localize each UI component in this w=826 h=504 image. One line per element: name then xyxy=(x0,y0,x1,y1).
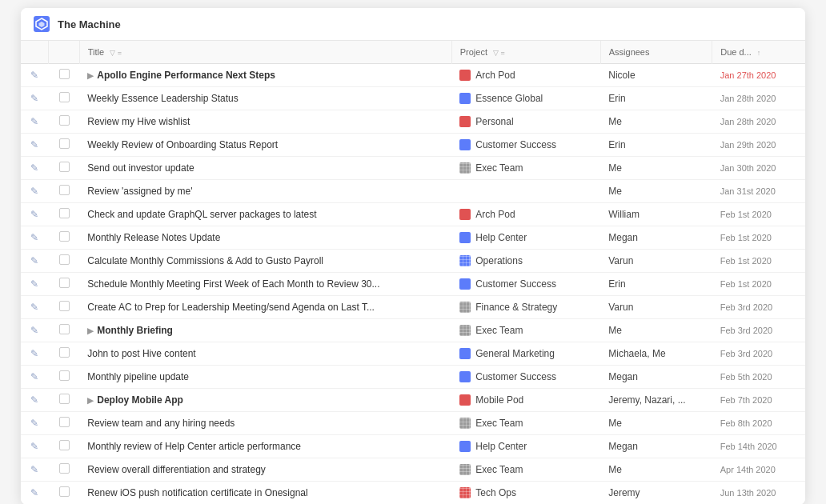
row-checkbox[interactable] xyxy=(59,254,70,265)
edit-icon-cell[interactable]: ✎ xyxy=(21,250,49,273)
row-checkbox[interactable] xyxy=(59,115,70,126)
edit-icon[interactable]: ✎ xyxy=(30,302,38,313)
expand-arrow[interactable]: ▶ xyxy=(87,71,94,80)
project-cell[interactable]: Customer Success xyxy=(451,366,600,389)
title-cell[interactable]: Renew iOS push notification certificate … xyxy=(79,482,451,505)
edit-icon-cell[interactable]: ✎ xyxy=(21,203,49,226)
edit-icon-cell[interactable]: ✎ xyxy=(21,157,49,180)
title-cell[interactable]: Create AC to Prep for Leadership Meeting… xyxy=(79,296,451,319)
edit-icon-cell[interactable]: ✎ xyxy=(21,64,49,87)
edit-icon-cell[interactable]: ✎ xyxy=(21,435,49,458)
row-checkbox[interactable] xyxy=(59,138,70,149)
title-cell[interactable]: Weekly Essence Leadership Status xyxy=(79,87,451,110)
row-checkbox[interactable] xyxy=(59,162,70,172)
title-cell[interactable]: Review team and any hiring needs xyxy=(79,412,451,435)
edit-icon[interactable]: ✎ xyxy=(30,325,38,336)
checkbox-cell[interactable] xyxy=(49,203,79,226)
th-due[interactable]: Due d... ↑ xyxy=(712,41,805,64)
row-checkbox[interactable] xyxy=(59,394,70,404)
row-checkbox[interactable] xyxy=(59,347,70,358)
edit-icon-cell[interactable]: ✎ xyxy=(21,134,49,157)
checkbox-cell[interactable] xyxy=(49,273,79,296)
edit-icon[interactable]: ✎ xyxy=(30,209,38,220)
project-cell[interactable]: Arch Pod xyxy=(451,64,600,87)
title-filter-icon[interactable]: ▽ = xyxy=(110,49,122,57)
title-cell[interactable]: Weekly Review of Onboarding Status Repor… xyxy=(79,134,451,157)
title-cell[interactable]: Send out investor update xyxy=(79,157,451,180)
project-cell[interactable]: Exec Team xyxy=(451,319,600,342)
checkbox-cell[interactable] xyxy=(49,366,79,389)
edit-icon-cell[interactable]: ✎ xyxy=(21,226,49,250)
edit-icon-cell[interactable]: ✎ xyxy=(21,110,49,134)
checkbox-cell[interactable] xyxy=(49,64,79,87)
edit-icon[interactable]: ✎ xyxy=(30,418,38,429)
edit-icon[interactable]: ✎ xyxy=(30,394,38,406)
edit-icon[interactable]: ✎ xyxy=(30,162,38,174)
project-cell[interactable]: Exec Team xyxy=(451,412,600,435)
edit-icon[interactable]: ✎ xyxy=(30,255,38,266)
title-cell[interactable]: Monthly Release Notes Update xyxy=(79,226,451,250)
checkbox-cell[interactable] xyxy=(49,87,79,110)
row-checkbox[interactable] xyxy=(59,69,70,79)
title-cell[interactable]: Monthly pipeline update xyxy=(79,366,451,389)
project-cell[interactable]: Help Center xyxy=(451,226,600,250)
checkbox-cell[interactable] xyxy=(49,157,79,180)
title-cell[interactable]: ▶Apollo Engine Performance Next Steps xyxy=(79,64,451,87)
edit-icon[interactable]: ✎ xyxy=(30,371,38,382)
title-cell[interactable]: Review my Hive wishlist xyxy=(79,110,451,134)
row-checkbox[interactable] xyxy=(59,417,70,427)
project-cell[interactable]: Customer Success xyxy=(451,134,600,157)
checkbox-cell[interactable] xyxy=(49,110,79,134)
edit-icon[interactable]: ✎ xyxy=(30,487,38,498)
edit-icon[interactable]: ✎ xyxy=(30,93,38,104)
checkbox-cell[interactable] xyxy=(49,250,79,273)
checkbox-cell[interactable] xyxy=(49,226,79,250)
row-checkbox[interactable] xyxy=(59,92,70,102)
checkbox-cell[interactable] xyxy=(49,296,79,319)
checkbox-cell[interactable] xyxy=(49,180,79,203)
edit-icon-cell[interactable]: ✎ xyxy=(21,180,49,203)
edit-icon[interactable]: ✎ xyxy=(30,232,38,243)
row-checkbox[interactable] xyxy=(59,324,70,334)
edit-icon-cell[interactable]: ✎ xyxy=(21,342,49,366)
checkbox-cell[interactable] xyxy=(49,482,79,505)
row-checkbox[interactable] xyxy=(59,486,70,497)
th-project[interactable]: Project ▽ = xyxy=(451,41,600,64)
edit-icon[interactable]: ✎ xyxy=(30,464,38,475)
title-cell[interactable]: Check and update GraphQL server packages… xyxy=(79,203,451,226)
project-cell[interactable]: Exec Team xyxy=(451,458,600,482)
row-checkbox[interactable] xyxy=(59,440,70,450)
project-filter-icon[interactable]: ▽ = xyxy=(493,49,505,57)
title-cell[interactable]: Monthly review of Help Center article pe… xyxy=(79,435,451,458)
due-sort-icon[interactable]: ↑ xyxy=(757,49,761,57)
edit-icon[interactable]: ✎ xyxy=(30,186,38,197)
edit-icon-cell[interactable]: ✎ xyxy=(21,389,49,412)
checkbox-cell[interactable] xyxy=(49,458,79,482)
checkbox-cell[interactable] xyxy=(49,412,79,435)
project-cell[interactable]: General Marketing xyxy=(451,342,600,366)
row-checkbox[interactable] xyxy=(59,185,70,195)
edit-icon-cell[interactable]: ✎ xyxy=(21,482,49,505)
edit-icon-cell[interactable]: ✎ xyxy=(21,319,49,342)
row-checkbox[interactable] xyxy=(59,301,70,311)
project-cell[interactable]: Exec Team xyxy=(451,157,600,180)
title-cell[interactable]: John to post Hive content xyxy=(79,342,451,366)
title-cell[interactable]: Schedule Monthly Meeting First Week of E… xyxy=(79,273,451,296)
checkbox-cell[interactable] xyxy=(49,342,79,366)
project-cell[interactable]: Tech Ops xyxy=(451,482,600,505)
row-checkbox[interactable] xyxy=(59,463,70,474)
title-cell[interactable]: ▶Monthly Briefing xyxy=(79,319,451,342)
checkbox-cell[interactable] xyxy=(49,319,79,342)
project-cell[interactable]: Finance & Strategy xyxy=(451,296,600,319)
project-cell[interactable]: Customer Success xyxy=(451,273,600,296)
project-cell[interactable]: Personal xyxy=(451,110,600,134)
project-cell[interactable]: Essence Global xyxy=(451,87,600,110)
edit-icon-cell[interactable]: ✎ xyxy=(21,366,49,389)
checkbox-cell[interactable] xyxy=(49,389,79,412)
edit-icon[interactable]: ✎ xyxy=(30,278,38,290)
edit-icon[interactable]: ✎ xyxy=(30,116,38,127)
expand-arrow[interactable]: ▶ xyxy=(87,396,94,405)
row-checkbox[interactable] xyxy=(59,278,70,288)
row-checkbox[interactable] xyxy=(59,208,70,218)
row-checkbox[interactable] xyxy=(59,370,70,381)
